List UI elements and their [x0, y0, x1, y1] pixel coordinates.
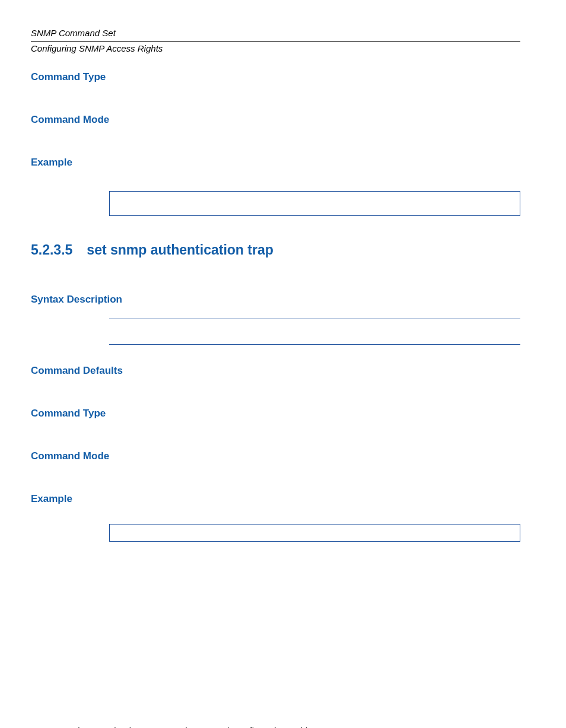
label-command-mode-1: Command Mode: [31, 114, 520, 126]
example-code-box-1: [109, 191, 520, 216]
subsection-heading: 5.2.3.5set snmp authentication trap: [31, 242, 520, 258]
document-page: SNMP Command Set Configuring SNMP Access…: [0, 0, 566, 728]
syntax-description-table: [109, 319, 520, 345]
label-command-mode-2: Command Mode: [31, 450, 520, 462]
subsection-number: 5.2.3.5: [31, 242, 72, 257]
label-command-defaults: Command Defaults: [31, 365, 520, 377]
subsection-title: set snmp authentication trap: [87, 242, 273, 257]
running-header-section: Configuring SNMP Access Rights: [31, 43, 520, 53]
label-example-2: Example: [31, 493, 520, 505]
running-header-chapter: SNMP Command Set: [31, 27, 520, 39]
footer-doc-title: Matrix E1 Series (1G58x-09 and 1H582-xx)…: [59, 726, 311, 728]
label-command-type-2: Command Type: [31, 408, 520, 419]
example-code-box-2: [109, 524, 520, 542]
syntax-rule-bottom: [109, 344, 520, 345]
label-syntax-description: Syntax Description: [31, 294, 520, 306]
page-footer: 5-32Matrix E1 Series (1G58x-09 and 1H582…: [31, 726, 520, 728]
label-command-type-1: Command Type: [31, 71, 520, 83]
header-rule: [31, 41, 520, 42]
label-example-1: Example: [31, 157, 520, 169]
footer-page-number: 5-32: [31, 726, 49, 728]
